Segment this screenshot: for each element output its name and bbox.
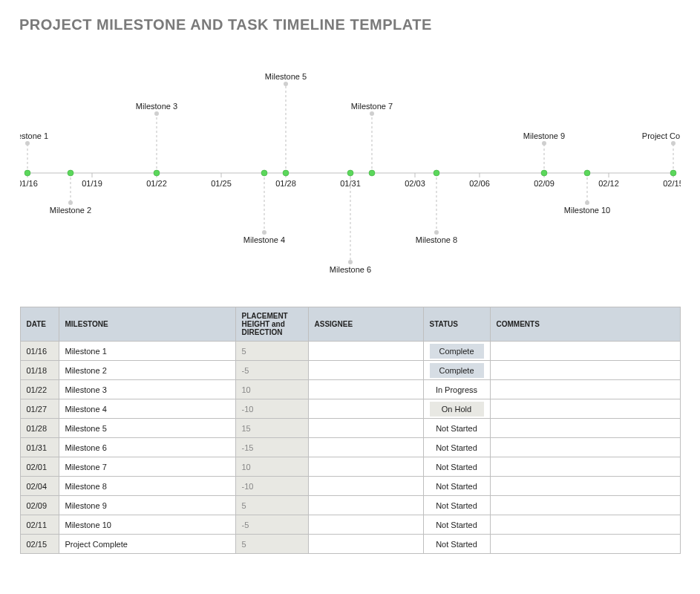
- milestone-end-dot-icon: [154, 111, 159, 116]
- cell-milestone: Milestone 3: [59, 380, 235, 399]
- cell-assignee: [308, 535, 423, 554]
- table-row: 02/09Milestone 95Not Started: [20, 496, 680, 515]
- cell-status: Not Started: [423, 438, 490, 457]
- cell-status: Not Started: [423, 535, 490, 554]
- cell-placement: -5: [235, 515, 308, 535]
- status-badge: Not Started: [430, 537, 484, 552]
- cell-date: 01/27: [20, 399, 59, 419]
- cell-comments: [490, 361, 680, 380]
- header-status: STATUS: [423, 307, 490, 342]
- cell-milestone: Milestone 5: [59, 419, 235, 438]
- cell-placement: 5: [235, 342, 308, 361]
- table-row: 02/15Project Complete5Not Started: [20, 535, 680, 554]
- table-row: 01/27Milestone 4-10On Hold: [20, 399, 680, 419]
- milestone-dot-icon: [584, 170, 590, 176]
- milestone-label: Milestone 10: [563, 206, 609, 215]
- milestone-label: Milestone 5: [264, 72, 306, 81]
- milestone-end-dot-icon: [370, 111, 374, 116]
- cell-milestone: Milestone 7: [59, 457, 235, 477]
- cell-comments: [490, 342, 680, 361]
- cell-placement: -15: [235, 438, 308, 457]
- milestone-label: Milestone 3: [135, 102, 177, 111]
- table-row: 01/31Milestone 6-15Not Started: [20, 438, 680, 457]
- cell-comments: [490, 477, 680, 496]
- cell-milestone: Project Complete: [59, 535, 235, 554]
- cell-placement: -5: [235, 361, 308, 380]
- cell-date: 01/28: [20, 419, 59, 438]
- table-row: 02/11Milestone 10-5Not Started: [20, 515, 680, 535]
- axis-tick-label: 01/28: [275, 179, 296, 188]
- axis-tick-label: 01/16: [20, 179, 38, 188]
- cell-date: 02/09: [20, 496, 59, 515]
- table-row: 01/18Milestone 2-5Complete: [20, 361, 680, 380]
- milestone-end-dot-icon: [25, 141, 30, 146]
- milestone-label: Milestone 4: [243, 235, 284, 244]
- status-badge: Not Started: [430, 479, 484, 494]
- milestone-end-dot-icon: [348, 260, 353, 264]
- cell-comments: [490, 419, 680, 438]
- cell-assignee: [308, 419, 423, 438]
- axis-tick-label: 02/09: [534, 179, 555, 188]
- cell-milestone: Milestone 10: [59, 515, 235, 535]
- status-badge: Not Started: [430, 421, 484, 436]
- cell-status: In Progress: [423, 380, 490, 399]
- timeline-svg: 01/1601/1901/2201/2501/2801/3102/0302/06…: [20, 39, 681, 284]
- cell-date: 01/16: [20, 342, 59, 361]
- cell-status: Not Started: [423, 515, 490, 535]
- axis-tick-label: 02/06: [469, 179, 490, 188]
- status-badge: Not Started: [430, 518, 484, 532]
- cell-milestone: Milestone 4: [59, 399, 235, 419]
- cell-milestone: Milestone 1: [59, 342, 235, 361]
- milestone-label: Milestone 9: [523, 131, 564, 140]
- cell-comments: [490, 457, 680, 477]
- milestone-dot-icon: [541, 170, 547, 176]
- cell-comments: [490, 380, 680, 399]
- milestone-end-dot-icon: [284, 82, 288, 86]
- axis-tick-label: 02/12: [598, 179, 619, 188]
- cell-date: 02/15: [20, 535, 59, 554]
- cell-date: 02/11: [20, 515, 59, 535]
- axis-tick-label: 01/19: [82, 179, 102, 188]
- cell-assignee: [308, 399, 423, 419]
- milestone-label: Milestone 2: [49, 206, 91, 215]
- cell-status: Complete: [423, 361, 490, 380]
- cell-assignee: [308, 380, 423, 399]
- cell-comments: [490, 438, 680, 457]
- axis-tick-label: 01/25: [211, 179, 232, 188]
- cell-milestone: Milestone 8: [59, 477, 235, 496]
- cell-status: On Hold: [423, 399, 490, 419]
- status-badge: On Hold: [430, 402, 484, 417]
- cell-comments: [490, 399, 680, 419]
- cell-placement: 5: [235, 496, 308, 515]
- status-badge: Complete: [430, 363, 484, 378]
- milestone-dot-icon: [670, 170, 676, 176]
- cell-date: 02/01: [20, 457, 59, 477]
- milestone-dot-icon: [369, 170, 375, 176]
- milestone-dot-icon: [24, 170, 30, 176]
- milestone-end-dot-icon: [585, 200, 589, 205]
- status-badge: Complete: [430, 344, 484, 359]
- cell-placement: -10: [235, 477, 308, 496]
- cell-date: 01/22: [20, 380, 59, 399]
- cell-assignee: [308, 342, 423, 361]
- header-milestone: MILESTONE: [59, 307, 235, 342]
- cell-comments: [490, 535, 680, 554]
- cell-assignee: [308, 477, 423, 496]
- milestone-dot-icon: [261, 170, 267, 176]
- cell-placement: 10: [235, 457, 308, 477]
- table-row: 02/04Milestone 8-10Not Started: [20, 477, 680, 496]
- axis-tick-label: 02/15: [663, 179, 681, 188]
- milestone-end-dot-icon: [262, 230, 266, 235]
- header-placement: PLACEMENT HEIGHT and DIRECTION: [235, 307, 308, 342]
- cell-milestone: Milestone 2: [59, 361, 235, 380]
- milestone-dot-icon: [283, 170, 289, 176]
- cell-assignee: [308, 496, 423, 515]
- milestone-label: Milestone 8: [415, 235, 457, 244]
- milestone-dot-icon: [434, 170, 439, 176]
- cell-date: 01/31: [20, 438, 59, 457]
- milestone-label: Milestone 6: [329, 265, 370, 274]
- status-badge: Not Started: [430, 460, 484, 474]
- milestone-label: Milestone 7: [350, 102, 392, 111]
- cell-status: Complete: [423, 342, 490, 361]
- header-comments: COMMENTS: [490, 307, 680, 342]
